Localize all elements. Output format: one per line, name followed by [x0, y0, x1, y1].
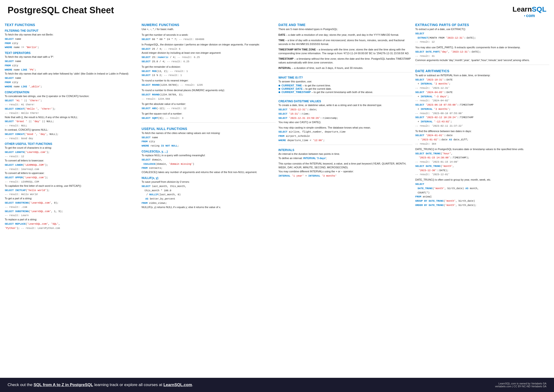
filtering-desc: To fetch the city names that are not Ber… — [5, 33, 139, 37]
column-extract: EXTRACTING PARTS OF DATES To extract a p… — [415, 21, 549, 375]
coalesce-desc: To replace NULL in a query with somethin… — [142, 154, 276, 157]
numeric-round-int-desc: To round a number to its nearest integer… — [142, 79, 276, 83]
bullet-current-date-text: CURRENT_DATE – to get the current date. — [282, 87, 332, 90]
logo-dotcom: • com — [512, 13, 547, 18]
code-diff-1: SELECT '2024-01-01'::date — [415, 134, 549, 138]
code-abs: SELECT ABS(-12); -- result: 12 — [142, 107, 276, 111]
type-time: TIME – a time of day with a resolution o… — [278, 39, 412, 46]
code-top-4: SELECT name — [5, 77, 139, 80]
code-arith-8: + INTERVAL '-12:43:02'; — [415, 120, 549, 124]
section-title-extract: EXTRACTING PARTS OF DATES — [415, 23, 549, 27]
code-trunc-group-3: COUNT(*) — [415, 191, 549, 195]
footer-right: LearnSQL.com is owned by Vertabelo SA ve… — [495, 382, 547, 388]
code-arith-4: + INTERVAL '-3 days'; — [415, 95, 549, 99]
section-title-text: TEXT FUNCTIONS — [5, 23, 139, 27]
code-replace2: 'Python'); -- result: LearnPython.com — [5, 227, 139, 230]
datetime-intro: There are 5 main time-related types in P… — [278, 28, 412, 31]
subsection-creating-datetime: CREATING DATE/TIME VALUES — [278, 100, 412, 103]
footer-link-course[interactable]: SQL from A to Z in PostgreSQL — [34, 383, 93, 387]
page-title: PostgreSQL Cheat Sheet — [7, 5, 114, 15]
code-trunc-group-2: DATE_TRUNC('month', birth_date) AS month… — [415, 187, 549, 190]
bullet-current-date: CURRENT_DATE – to get the current date. — [278, 87, 412, 90]
code-concat-null2-comment: -- result: Good day — [5, 137, 139, 141]
code-filtering-2: FROM city — [5, 42, 139, 45]
code-substring1-comment: -- result: .com — [5, 205, 139, 209]
bullet-current-timestamp-text: CURRENT_TIMESTAMP – to get the current t… — [282, 91, 373, 93]
numeric-desc1: To get the number of seconds in a week: — [142, 33, 276, 37]
header: PostgreSQL Cheat Sheet LearnSQL • com — [0, 0, 554, 21]
column-datetime: DATE AND TIME There are 5 main time-rela… — [278, 21, 412, 375]
code-trunc-group-6: ORDER BY DATE_TRUNC('month', birth_date)… — [415, 203, 549, 207]
code-arith-comment1: -- result: '2023-12-31' — [415, 86, 549, 90]
code-filtering-1: SELECT name — [5, 37, 139, 41]
subsection-nullif: NULLIF(x, y) — [142, 176, 276, 180]
numeric-division-note: In PostgreSQL, the division operator / p… — [142, 43, 276, 47]
concat-ignores-null: In contrast, CONCAT() ignores NULL: — [5, 128, 139, 132]
code-trunc-1: SELECT DATE_TRUNC('hour', — [415, 152, 549, 156]
code-arith-7: SELECT '2023-02-12 10:20:24'::TIMESTAMP — [415, 116, 549, 119]
numeric-round-3-desc: To round a number to three decimal place… — [142, 89, 276, 92]
code-trunc-group-1: SELECT — [415, 182, 549, 186]
code-arith-3: SELECT '2024-04-05'::DATE — [415, 91, 549, 94]
code-top-6: WHERE name LIKE '_ublin'; — [5, 85, 139, 89]
code-concat-null1: SELECT 'Great ' || 'day' || NULL; — [5, 120, 139, 124]
column-numeric: NUMERIC FUNCTIONS Use +, −, *, / for bas… — [142, 21, 276, 375]
code-round2-comment: -- result: 1234.568 — [142, 97, 276, 101]
footer-right-line1: LearnSQL.com is owned by Vertabelo SA — [495, 382, 547, 385]
code-length-comment: -- result: 12 — [5, 155, 139, 159]
code-coalesce-3: FROM contacts; — [142, 166, 276, 170]
divider-1 — [142, 122, 276, 123]
footer-text-middle: learning track or explore all courses at — [93, 383, 163, 387]
numeric-remainder-desc: To get the remainder of a division: — [142, 65, 276, 69]
code-seconds: SELECT 60 * 60 * 24 * 7; -- result: 6048… — [142, 38, 276, 42]
code-null-3: WHERE rating IS NOT NULL; — [142, 144, 276, 148]
main-container: PostgreSQL Cheat Sheet LearnSQL • com TE… — [0, 0, 554, 392]
logo-sql: SQL — [532, 5, 547, 13]
code-trunc-comment2: -- result: '2023-12-01' — [415, 173, 549, 177]
code-interval-combine: INTERVAL '1 year' + INTERVAL '3 months' — [278, 174, 412, 178]
code-date-cast3: SELECT '2023-12-31 23:59:29'::timestamp; — [278, 116, 412, 120]
section-null-functions: USEFUL NULL FUNCTIONS — [142, 127, 276, 131]
code-top-5: FROM city — [5, 81, 139, 84]
code-arith-5: SELECT '2023-06-10 07:55:00'::TIMESTAMP — [415, 103, 549, 107]
code-diff-2: - '2023-01-02'::date AS date_diff; — [415, 138, 549, 142]
code-extract-comment: -- result: 12 — [415, 40, 549, 44]
code-date-simple3: WHERE departure_time < '12:00'; — [278, 139, 412, 142]
footer-link-site[interactable]: LearnSQL.com — [163, 383, 192, 387]
code-nullif-1: SELECT last_month, this_month, — [142, 185, 276, 189]
code-arith-1: SELECT '2023-10-31'::DATE — [415, 78, 549, 82]
bullet-dot-3 — [278, 91, 280, 93]
date-diff-desc: To find the difference between two dates… — [415, 129, 549, 133]
code-concat-null-comment: -- result: NULL — [5, 124, 139, 128]
code-date-part: SELECT DATE_PART('day', '2023-12-31'::DA… — [415, 50, 549, 54]
subsection-concat: CONCATENATION — [5, 91, 139, 94]
code-top-1: SELECT name — [5, 60, 139, 63]
code-trunc-3: SELECT DATE_TRUNC('month', — [415, 165, 549, 168]
other-text-desc3: To convert all letters to uppercase: — [5, 171, 139, 175]
footer-text-before: Check out the — [7, 383, 34, 387]
other-text-desc4: To capitalize the first letter of each w… — [5, 184, 139, 188]
code-int-div: SELECT 25 / 4; -- result 6 — [142, 47, 276, 51]
creating-cast-note: You may also use CAST() or DATE(). — [278, 120, 412, 124]
code-mod1: SELECT MOD(13, 2); -- result: 1 — [142, 70, 276, 73]
numeric-intro: Use +, −, *, / for basic math. — [142, 28, 276, 31]
code-null-2: FROM city — [142, 140, 276, 144]
creating-desc: To create a date, time, or datetime valu… — [278, 104, 412, 107]
footer-left: Check out the SQL from A to Z in Postgre… — [7, 383, 193, 387]
bullet-current-timestamp: CURRENT_TIMESTAMP – to get the current t… — [278, 91, 412, 93]
logo: LearnSQL • com — [512, 5, 547, 18]
code-initcap: SELECT INITCAP('hello world'); — [5, 189, 139, 192]
date-part-common: Common arguments include 'day','month','… — [415, 58, 549, 62]
code-length: SELECT LENGTH('LearnSQL.com'); — [5, 151, 139, 154]
code-round2: SELECT ROUND(1234.56789, 3); — [142, 93, 276, 97]
code-date-cast2: SELECT '15:31'::time; — [278, 112, 412, 116]
code-upper-comment: -- result: LEARNSQL.COM — [5, 180, 139, 184]
code-diff-comment: -- result: 364 — [415, 142, 549, 146]
bullet-current-time-text: CURRENT_TIME – to get the current time. — [282, 84, 331, 87]
code-arith-2: + INTERVAL '2 months'; — [415, 82, 549, 86]
code-lower-comment: -- result: learnsql.com — [5, 168, 139, 171]
code-substring2-comment: -- result: Learn — [5, 214, 139, 217]
concat-desc: To concatenate two strings, use the || o… — [5, 94, 139, 98]
subsection-text-operators: TEXT OPERATORS — [5, 51, 139, 55]
code-arith-comment4: -- result: '2023-02-11 21:37:22' — [415, 124, 549, 128]
